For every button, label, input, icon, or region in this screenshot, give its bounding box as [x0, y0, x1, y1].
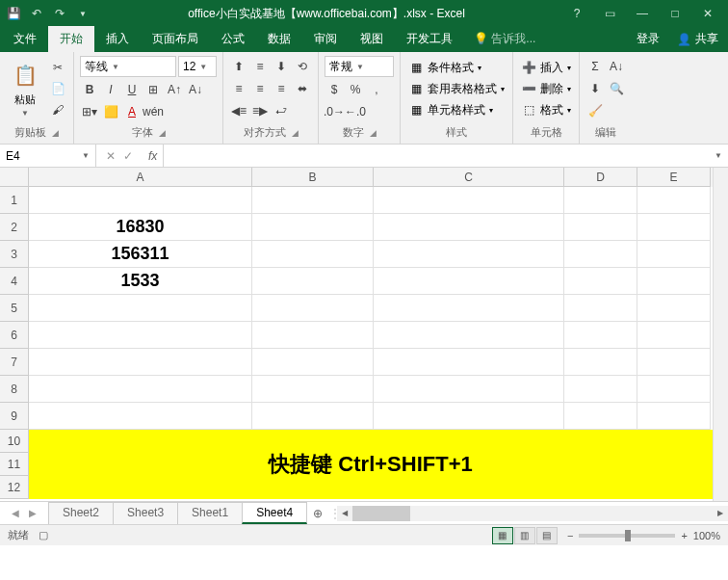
- cell-C7[interactable]: [374, 349, 564, 376]
- cell-D2[interactable]: [564, 214, 637, 241]
- cell-C4[interactable]: [374, 268, 564, 295]
- name-box[interactable]: E4▼: [0, 145, 96, 167]
- cell-D3[interactable]: [564, 241, 637, 268]
- format-painter-button[interactable]: 🖌: [48, 100, 67, 119]
- close-icon[interactable]: ✕: [693, 4, 722, 23]
- font-size-combo[interactable]: 12▼: [178, 56, 217, 77]
- paste-button[interactable]: 📋 粘贴 ▼: [6, 58, 44, 119]
- decrease-decimal-button[interactable]: ←.0: [346, 102, 365, 121]
- sort-filter-button[interactable]: A↓: [607, 57, 626, 76]
- cells-container[interactable]: 168301563111533快捷键 Ctrl+SHIFT+1: [29, 187, 713, 501]
- select-all-button[interactable]: [0, 168, 29, 187]
- macro-record-icon[interactable]: ▢: [39, 529, 48, 541]
- cell-A2[interactable]: 16830: [29, 214, 252, 241]
- clipboard-dialog-icon[interactable]: ◢: [52, 128, 59, 138]
- align-dialog-icon[interactable]: ◢: [292, 128, 299, 138]
- table-format-button[interactable]: ▦套用表格格式▾: [406, 80, 507, 98]
- column-header-E[interactable]: E: [637, 168, 711, 187]
- vertical-scrollbar[interactable]: [713, 168, 728, 501]
- cell-E5[interactable]: [637, 295, 711, 322]
- row-header-11[interactable]: 11: [0, 453, 29, 476]
- undo-icon[interactable]: ↶: [29, 6, 44, 21]
- wrap-text-button[interactable]: ⮐: [272, 101, 291, 120]
- cell-E3[interactable]: [637, 241, 711, 268]
- cell-D1[interactable]: [564, 187, 637, 214]
- align-left-button[interactable]: ≡: [229, 79, 248, 98]
- cell-C3[interactable]: [374, 241, 564, 268]
- zoom-level[interactable]: 100%: [693, 530, 720, 541]
- orientation-button[interactable]: ⟲: [293, 57, 312, 76]
- accept-formula-icon[interactable]: ✓: [123, 149, 133, 163]
- align-right-button[interactable]: ≡: [272, 79, 291, 98]
- share-button[interactable]: 👤共享: [669, 26, 726, 52]
- cell-B7[interactable]: [252, 349, 374, 376]
- page-break-view-button[interactable]: ▤: [536, 527, 558, 544]
- tab-data[interactable]: 数据: [256, 26, 302, 52]
- cell-D5[interactable]: [564, 295, 637, 322]
- cancel-formula-icon[interactable]: ✕: [106, 149, 116, 163]
- tab-file[interactable]: 文件: [2, 26, 48, 52]
- cell-A5[interactable]: [29, 295, 252, 322]
- scroll-right-icon[interactable]: ▶: [713, 509, 728, 517]
- row-header-10[interactable]: 10: [0, 430, 29, 453]
- cell-E9[interactable]: [637, 403, 711, 430]
- decrease-font-button[interactable]: A↓: [186, 80, 205, 99]
- normal-view-button[interactable]: ▦: [492, 527, 513, 544]
- qat-dropdown-icon[interactable]: ▼: [75, 6, 91, 21]
- horizontal-scrollbar[interactable]: ◀ ▶: [337, 506, 728, 521]
- cell-E7[interactable]: [637, 349, 711, 376]
- increase-decimal-button[interactable]: .0→: [325, 102, 344, 121]
- cell-A7[interactable]: [29, 349, 252, 376]
- hscroll-thumb[interactable]: [352, 506, 410, 521]
- row-header-6[interactable]: 6: [0, 322, 29, 349]
- cell-E6[interactable]: [637, 322, 711, 349]
- delete-cells-button[interactable]: ➖删除▾: [519, 80, 573, 98]
- column-header-C[interactable]: C: [374, 168, 564, 187]
- tab-layout[interactable]: 页面布局: [141, 26, 210, 52]
- border-dropdown[interactable]: ⊞▾: [80, 102, 99, 121]
- font-color-button[interactable]: A: [122, 102, 142, 121]
- accounting-format-button[interactable]: $: [325, 80, 344, 99]
- login-button[interactable]: 登录: [627, 26, 669, 52]
- italic-button[interactable]: I: [101, 80, 120, 99]
- phonetic-button[interactable]: wén: [143, 102, 163, 121]
- cell-C9[interactable]: [374, 403, 564, 430]
- increase-font-button[interactable]: A↑: [165, 80, 184, 99]
- align-bottom-button[interactable]: ⬇: [272, 57, 291, 76]
- column-header-B[interactable]: B: [252, 168, 374, 187]
- increase-indent-button[interactable]: ≡▶: [250, 101, 270, 120]
- sheet-next-icon[interactable]: ▶: [25, 506, 40, 521]
- sheet-tab-sheet4[interactable]: Sheet4: [242, 502, 307, 524]
- cell-B9[interactable]: [252, 403, 374, 430]
- formula-input[interactable]: [164, 145, 709, 167]
- tab-split-handle[interactable]: ⋮: [329, 507, 337, 520]
- redo-icon[interactable]: ↷: [52, 6, 67, 21]
- copy-button[interactable]: 📄: [48, 79, 67, 98]
- cell-E2[interactable]: [637, 214, 711, 241]
- cell-A8[interactable]: [29, 376, 252, 403]
- percent-format-button[interactable]: %: [346, 80, 365, 99]
- row-header-5[interactable]: 5: [0, 295, 29, 322]
- cell-B4[interactable]: [252, 268, 374, 295]
- row-header-8[interactable]: 8: [0, 376, 29, 403]
- minimize-icon[interactable]: —: [628, 4, 657, 23]
- cell-E8[interactable]: [637, 376, 711, 403]
- column-header-A[interactable]: A: [29, 168, 252, 187]
- zoom-slider[interactable]: [579, 534, 675, 538]
- cell-B3[interactable]: [252, 241, 374, 268]
- row-header-3[interactable]: 3: [0, 241, 29, 268]
- tab-developer[interactable]: 开发工具: [395, 26, 464, 52]
- cell-A6[interactable]: [29, 322, 252, 349]
- font-name-combo[interactable]: 等线▼: [80, 56, 176, 77]
- save-icon[interactable]: 💾: [6, 6, 21, 21]
- cell-A9[interactable]: [29, 403, 252, 430]
- fx-icon[interactable]: fx: [143, 145, 164, 167]
- cell-D9[interactable]: [564, 403, 637, 430]
- clear-button[interactable]: 🧹: [585, 101, 605, 120]
- cell-D4[interactable]: [564, 268, 637, 295]
- border-button[interactable]: ⊞: [143, 80, 163, 99]
- cell-C1[interactable]: [374, 187, 564, 214]
- cell-E1[interactable]: [637, 187, 711, 214]
- row-header-2[interactable]: 2: [0, 214, 29, 241]
- underline-button[interactable]: U: [122, 80, 142, 99]
